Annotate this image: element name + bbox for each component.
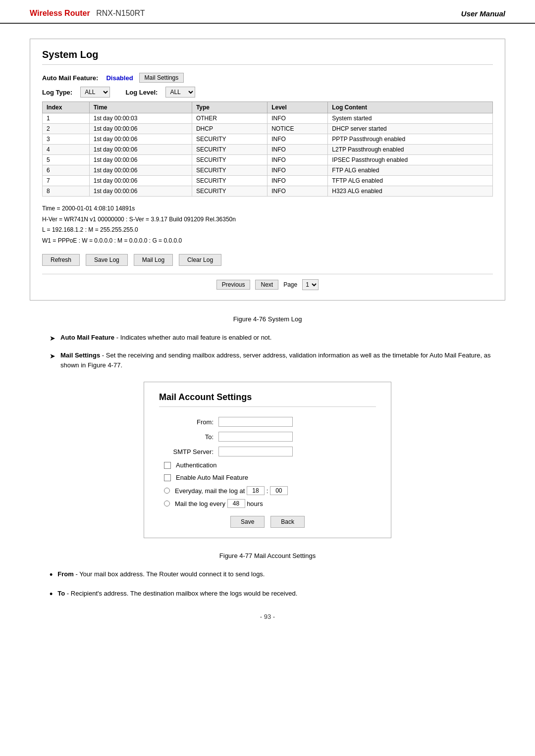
enable-auto-mail-row: Enable Auto Mail Feature — [159, 474, 376, 481]
everyday-radio[interactable] — [164, 488, 170, 494]
table-header-row: Index Time Type Level Log Content — [43, 102, 493, 113]
cell-content: System started — [328, 113, 493, 124]
auto-mail-bold: Auto Mail Feature — [60, 334, 114, 341]
to-row: To: — [159, 432, 376, 442]
save-button[interactable]: Save — [230, 516, 265, 528]
cell-type: SECURITY — [192, 155, 267, 165]
auto-mail-row: Auto Mail Feature: Disabled Mail Setting… — [42, 73, 493, 83]
info-line-2: H-Ver = WR741N v1 00000000 : S-Ver = 3.9… — [42, 214, 493, 225]
refresh-button[interactable]: Refresh — [42, 254, 80, 266]
prev-button[interactable]: Previous — [216, 280, 251, 290]
bullet-auto-mail: ➤ Auto Mail Feature - Indicates whether … — [50, 333, 505, 344]
cell-content: IPSEC Passthrough enabled — [328, 155, 493, 165]
everyday-minute-input[interactable] — [270, 486, 288, 495]
bullet-icon-2: • — [50, 588, 53, 601]
bullet-icon-1: • — [50, 568, 53, 582]
cell-index: 6 — [43, 165, 90, 176]
info-lines: Time = 2000-01-01 4:08:10 14891s H-Ver =… — [42, 203, 493, 246]
clear-log-button[interactable]: Clear Log — [179, 254, 221, 266]
enable-auto-mail-checkbox[interactable] — [164, 474, 171, 481]
col-index: Index — [43, 102, 90, 113]
hours-label: hours — [247, 500, 263, 507]
save-log-button[interactable]: Save Log — [86, 254, 128, 266]
mail-every-radio[interactable] — [164, 501, 170, 506]
from-row: From: — [159, 417, 376, 427]
page-footer: - 93 - — [30, 613, 505, 620]
to-rest: - Recipient's address. The destination m… — [67, 590, 297, 597]
cell-type: DHCP — [192, 124, 267, 134]
log-level-label: Log Level: — [125, 89, 158, 96]
cell-level: INFO — [268, 113, 328, 124]
arrow-icon-2: ➤ — [50, 351, 55, 361]
cell-time: 1st day 00:00:06 — [89, 145, 192, 155]
cell-content: L2TP Passthrough enabled — [328, 145, 493, 155]
back-button[interactable]: Back — [270, 516, 305, 528]
cell-type: SECURITY — [192, 165, 267, 176]
col-level: Level — [268, 102, 328, 113]
table-row: 71st day 00:00:06SECURITYINFOTFTP ALG en… — [43, 176, 493, 186]
next-button[interactable]: Next — [255, 280, 278, 290]
enable-auto-mail-label: Enable Auto Mail Feature — [176, 474, 248, 481]
table-row: 41st day 00:00:06SECURITYINFOL2TP Passth… — [43, 145, 493, 155]
cell-index: 2 — [43, 124, 90, 134]
mail-every-input[interactable] — [227, 499, 245, 508]
auth-label: Authentication — [176, 461, 216, 469]
smtp-label: SMTP Server: — [159, 448, 214, 455]
auth-checkbox[interactable] — [164, 462, 171, 469]
cell-index: 8 — [43, 186, 90, 197]
bullet-mail-settings-text: Mail Settings - Set the receiving and se… — [60, 351, 505, 370]
arrow-icon-1: ➤ — [50, 333, 55, 344]
page-select[interactable]: 1 — [302, 279, 319, 290]
model-label: RNX-N150RT — [96, 9, 145, 17]
cell-type: SECURITY — [192, 186, 267, 197]
cell-level: INFO — [268, 165, 328, 176]
page-content: System Log Auto Mail Feature: Disabled M… — [0, 34, 535, 635]
to-input[interactable] — [218, 432, 293, 442]
cell-index: 1 — [43, 113, 90, 124]
info-line-3: L = 192.168.1.2 : M = 255.255.255.0 — [42, 225, 493, 236]
cell-time: 1st day 00:00:06 — [89, 134, 192, 145]
cell-content: H323 ALG enabled — [328, 186, 493, 197]
auto-mail-rest: - Indicates whether auto mail feature is… — [116, 334, 272, 341]
system-log-title: System Log — [42, 49, 493, 65]
cell-level: NOTICE — [268, 124, 328, 134]
header-left: Wireless Router RNX-N150RT — [30, 9, 145, 18]
mail-log-button[interactable]: Mail Log — [134, 254, 173, 266]
bullet-list-1: ➤ Auto Mail Feature - Indicates whether … — [50, 333, 505, 370]
table-row: 61st day 00:00:06SECURITYINFOFTP ALG ena… — [43, 165, 493, 176]
cell-content: FTP ALG enabled — [328, 165, 493, 176]
mail-settings-button[interactable]: Mail Settings — [139, 73, 184, 83]
info-line-4: W1 = PPPoE : W = 0.0.0.0 : M = 0.0.0.0 :… — [42, 236, 493, 247]
auto-mail-label: Auto Mail Feature: — [42, 74, 98, 82]
page-header: Wireless Router RNX-N150RT User Manual — [0, 0, 535, 24]
mail-every-row: Mail the log every hours — [159, 499, 376, 508]
to-label: To: — [159, 433, 214, 441]
log-level-select[interactable]: ALL — [165, 87, 195, 98]
centered-mail-panel: Mail Account Settings From: To: SMTP Ser… — [30, 382, 505, 548]
everyday-label: Everyday, mail the log at — [175, 487, 245, 495]
log-type-select[interactable]: ALL — [80, 87, 110, 98]
system-log-panel: System Log Auto Mail Feature: Disabled M… — [30, 39, 505, 301]
mail-settings-rest: - Set the receiving and sending mailbox … — [60, 352, 491, 369]
col-time: Time — [89, 102, 192, 113]
col-type: Type — [192, 102, 267, 113]
smtp-row: SMTP Server: — [159, 447, 376, 456]
from-input[interactable] — [218, 417, 293, 427]
cell-time: 1st day 00:00:06 — [89, 165, 192, 176]
bullet-auto-mail-text: Auto Mail Feature - Indicates whether au… — [60, 333, 271, 343]
cell-content: DHCP server started — [328, 124, 493, 134]
cell-level: INFO — [268, 176, 328, 186]
cell-level: INFO — [268, 186, 328, 197]
everyday-row: Everyday, mail the log at : — [159, 486, 376, 495]
cell-index: 5 — [43, 155, 90, 165]
table-row: 81st day 00:00:06SECURITYINFOH323 ALG en… — [43, 186, 493, 197]
everyday-hour-input[interactable] — [247, 486, 265, 495]
cell-time: 1st day 00:00:06 — [89, 124, 192, 134]
smtp-input[interactable] — [218, 447, 293, 456]
cell-time: 1st day 00:00:03 — [89, 113, 192, 124]
table-row: 11st day 00:00:03OTHERINFOSystem started — [43, 113, 493, 124]
cell-index: 4 — [43, 145, 90, 155]
cell-level: INFO — [268, 145, 328, 155]
brand-label: Wireless Router — [30, 9, 90, 17]
bullet-from: • From - Your mail box address. The Rout… — [50, 569, 505, 582]
